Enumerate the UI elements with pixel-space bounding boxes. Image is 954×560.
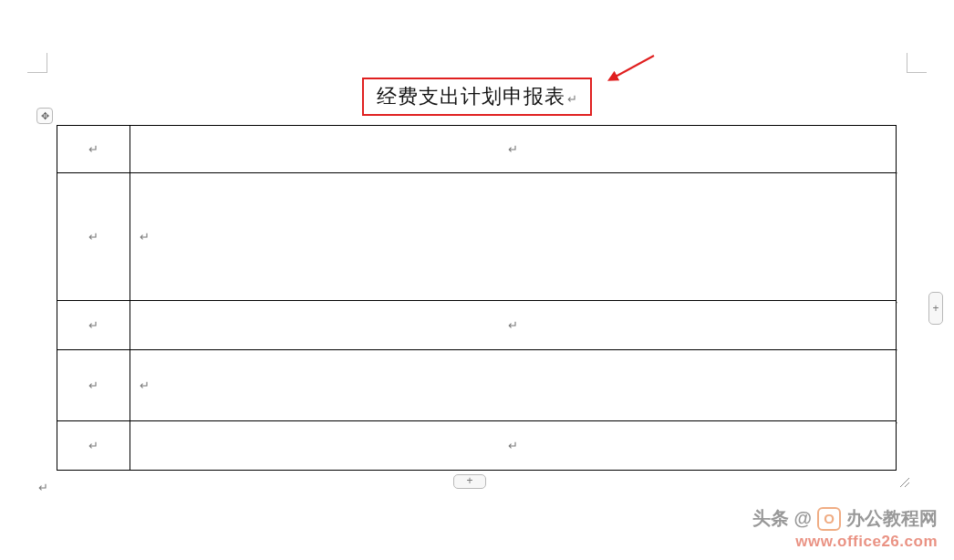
paragraph-mark: ↵ [140,379,150,392]
table-move-handle[interactable]: ✥ [36,108,53,124]
table-cell[interactable]: ↵ [130,350,897,421]
table-cell[interactable]: ↵ [130,126,897,173]
table-row[interactable]: ↵ ↵ [57,126,897,173]
watermark-url: www.office26.com [795,533,938,551]
paragraph-mark: ↵ [88,439,99,452]
expense-plan-table[interactable]: ↵ ↵ ↵ ↵ ↵ ↵ ↵ ↵ ↵ ↵ [57,125,897,471]
paragraph-mark: ↵ [508,318,518,332]
paragraph-mark: ↵ [88,230,99,244]
table-cell[interactable]: ↵ [130,301,897,350]
row-marker: · [896,297,901,303]
svg-line-2 [905,482,909,487]
paragraph-mark: ↵ [88,379,99,392]
svg-line-1 [900,478,909,487]
watermark-attribution: 头条 @ O 办公教程网 [752,506,938,531]
svg-line-0 [614,56,654,78]
logo-letter: O [824,511,835,526]
paragraph-mark: ↵ [508,142,518,156]
crop-mark-top-left [27,53,47,73]
watermark-brand: 办公教程网 [846,506,938,531]
table-cell[interactable]: ↵ [57,350,130,421]
table-cell[interactable]: ↵ [130,421,897,471]
table-cell[interactable]: ↵ [130,173,897,301]
row-marker: · [896,418,901,423]
watermark-logo-icon: O [817,507,841,531]
insert-row-handle[interactable]: + [453,474,486,489]
row-marker: · [896,345,901,350]
paragraph-mark: ↵ [140,230,150,244]
table-cell[interactable]: ↵ [57,421,130,471]
table-row[interactable]: ↵ ↵ [57,301,897,350]
table-row[interactable]: ↵ ↵ [57,173,897,301]
paragraph-mark: ↵ [38,481,48,494]
plus-icon: + [932,302,938,315]
document-page: 经费支出计划申报表↵ ✥ ↵ ↵ ↵ ↵ ↵ ↵ ↵ ↵ ↵ ↵ [0,0,954,560]
paragraph-mark: ↵ [88,318,99,332]
table-row[interactable]: ↵ ↵ [57,350,897,421]
annotation-arrow [607,50,661,87]
row-marker: · [896,168,901,173]
move-icon: ✥ [41,110,49,122]
watermark-prefix: 头条 @ [752,506,812,531]
paragraph-mark: ↵ [508,439,518,452]
paragraph-mark: ↵ [88,142,99,156]
paragraph-mark: ↵ [567,92,577,106]
table-resize-handle[interactable] [898,476,911,489]
crop-mark-top-right [907,53,927,73]
insert-column-handle[interactable]: + [928,292,943,325]
table-cell[interactable]: ↵ [57,173,130,301]
table-cell[interactable]: ↵ [57,301,130,350]
table-row[interactable]: ↵ ↵ [57,421,897,471]
document-title[interactable]: 经费支出计划申报表 [377,85,565,108]
plus-icon: + [466,474,472,487]
table-cell[interactable]: ↵ [57,126,130,173]
document-title-highlight: 经费支出计划申报表↵ [362,78,592,116]
